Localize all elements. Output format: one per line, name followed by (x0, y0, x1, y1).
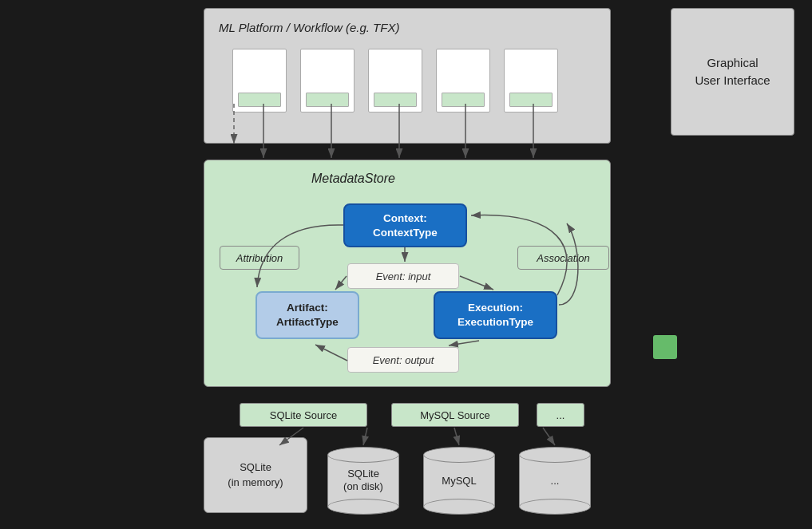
card-green-1 (238, 93, 281, 107)
component-card-2 (300, 49, 355, 113)
attribution-label: Attribution (220, 246, 299, 270)
dots-source-box: ... (537, 403, 584, 427)
event-output-text: Event: output (373, 354, 434, 366)
event-input-box: Event: input (347, 263, 459, 289)
association-text: Association (537, 252, 589, 264)
diagram-container: ML Platform / Workflow (e.g. TFX) Metada… (0, 0, 812, 529)
cyl-bottom-dots (519, 499, 591, 515)
cyl-bottom-mysql (423, 499, 495, 515)
cyl-top-sqlite (327, 447, 399, 463)
dots-source-label: ... (557, 409, 565, 421)
context-label: Context: ContextType (373, 211, 438, 239)
svg-line-17 (543, 428, 555, 445)
mysql-source-label: MySQL Source (420, 409, 490, 421)
context-box: Context: ContextType (343, 203, 467, 247)
component-card-5 (504, 49, 558, 113)
card-green-2 (306, 93, 349, 107)
component-card-1 (232, 49, 287, 113)
association-label: Association (517, 246, 609, 270)
execution-label: Execution: ExecutionType (457, 301, 533, 329)
sqlite-source-box: SQLite Source (240, 403, 367, 427)
attribution-text: Attribution (236, 252, 283, 264)
card-green-5 (509, 93, 553, 107)
execution-box: Execution: ExecutionType (434, 291, 557, 339)
sqlite-disk-cylinder: SQLite (on disk) (327, 447, 399, 515)
cyl-top-mysql (423, 447, 495, 463)
card-green-3 (374, 93, 417, 107)
sqlite-disk-label: SQLite (on disk) (327, 468, 399, 495)
card-green-4 (442, 93, 485, 107)
component-card-4 (436, 49, 490, 113)
cyl-bottom-sqlite (327, 499, 399, 515)
mysql-source-box: MySQL Source (391, 403, 519, 427)
dots-db-label: ... (519, 474, 591, 488)
green-indicator (653, 335, 677, 359)
sqlite-mem-box: SQLite (in memory) (204, 437, 307, 513)
gui-label: Graphical User Interface (695, 54, 770, 90)
svg-line-15 (363, 428, 367, 445)
svg-line-16 (454, 428, 459, 445)
artifact-label: Artifact: ArtifactType (276, 301, 339, 329)
sqlite-source-label: SQLite Source (270, 409, 338, 421)
gui-box: Graphical User Interface (671, 8, 794, 136)
sqlite-mem-label: SQLite (in memory) (228, 460, 283, 489)
ml-platform-label: ML Platform / Workflow (e.g. TFX) (219, 21, 399, 34)
event-input-text: Event: input (376, 270, 431, 282)
cyl-top-dots (519, 447, 591, 463)
event-output-box: Event: output (347, 347, 459, 373)
component-card-3 (368, 49, 422, 113)
mysql-cylinder: MySQL (423, 447, 495, 515)
metadata-store-label: MetadataStore (311, 172, 395, 186)
dots-cylinder: ... (519, 447, 591, 515)
mysql-label: MySQL (423, 474, 495, 488)
ml-platform-box: ML Platform / Workflow (e.g. TFX) (204, 8, 611, 144)
artifact-box: Artifact: ArtifactType (255, 291, 359, 339)
